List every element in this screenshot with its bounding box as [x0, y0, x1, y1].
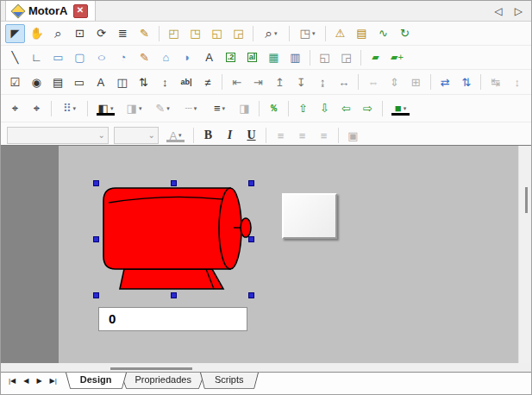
send-to-back-button[interactable]: ◳ — [185, 24, 205, 43]
distribute-vertical-button[interactable]: ↕ — [507, 72, 527, 91]
document-tab-motora[interactable]: MotorA ✕ — [5, 0, 96, 21]
selection-handle-top-left[interactable] — [93, 180, 99, 186]
selection-handle-mid-left[interactable] — [93, 236, 99, 242]
bold-button[interactable]: B — [198, 126, 218, 145]
splitter-control-button[interactable]: ≠ — [197, 72, 217, 91]
flip-left-button[interactable]: ⇦ — [336, 99, 356, 118]
italic-button[interactable]: I — [220, 126, 240, 145]
picture-tool-button[interactable]: ▦ — [264, 48, 284, 67]
group-button[interactable]: ◱ — [315, 48, 335, 67]
font-size-combo[interactable]: ⌄ — [114, 127, 159, 144]
textbox-control-button[interactable]: ab| — [177, 72, 197, 91]
radio-control-button[interactable]: ◉ — [27, 72, 47, 91]
display-tool-button[interactable]: .2 — [221, 48, 241, 67]
underline-button[interactable]: U — [241, 126, 261, 145]
rectangle-tool-button[interactable]: ▭ — [48, 48, 68, 67]
select-tool-button[interactable]: ◤ — [5, 24, 25, 43]
same-height-button[interactable]: ⇕ — [385, 72, 404, 91]
flip-down-button[interactable]: ⇩ — [315, 99, 335, 118]
horizontal-scrollbar-thumb[interactable] — [110, 367, 192, 370]
tab-scripts[interactable]: Scripts — [200, 373, 259, 392]
prev-screen-button[interactable]: ◀ — [21, 376, 31, 386]
selection-handle-bottom-right[interactable] — [248, 292, 254, 298]
text-tool-button[interactable]: A — [199, 48, 219, 67]
align-right-button[interactable]: ⇥ — [248, 72, 268, 91]
flip-right-button[interactable]: ⇨ — [358, 99, 378, 118]
tab-order-button[interactable]: ≣ — [113, 24, 133, 43]
links-tool-button[interactable]: al — [242, 48, 262, 67]
query-button[interactable]: ↻ — [395, 24, 415, 43]
alarm-browser-button[interactable]: ⚠ — [330, 24, 350, 43]
zoom-tool-button[interactable]: ⌕ — [48, 24, 68, 43]
ellipse-tool-button[interactable]: ○ — [91, 48, 111, 67]
align-top-button[interactable]: ↥ — [270, 72, 290, 91]
flip-up-button[interactable]: ⇧ — [293, 99, 313, 118]
selection-handle-bottom-center[interactable] — [171, 292, 177, 298]
vertical-scrollbar-thumb[interactable] — [525, 187, 528, 213]
background-fill-button[interactable]: ◨ — [235, 99, 254, 118]
associate-objects-plus-button[interactable]: ▰+ — [387, 48, 407, 67]
foreground-color-button[interactable]: ■▾ — [387, 99, 414, 118]
chart-button[interactable]: ∿ — [373, 24, 393, 43]
same-width-button[interactable]: ⇔ — [363, 72, 383, 91]
label-control-button[interactable]: A — [91, 72, 110, 91]
command-button-object[interactable] — [282, 193, 337, 239]
database-browser-button[interactable]: ▤ — [352, 24, 372, 43]
align-left-button[interactable]: ⇤ — [227, 72, 247, 91]
line-width-button[interactable]: ≡▾ — [206, 99, 233, 118]
selection-handle-bottom-left[interactable] — [93, 292, 99, 298]
checkbox-control-button[interactable]: ☑ — [5, 72, 25, 91]
fill-mode-button[interactable]: ％ — [264, 99, 284, 118]
layers-menu-button[interactable]: ◳▾ — [294, 24, 321, 43]
selection-handle-top-right[interactable] — [248, 180, 254, 186]
grid-menu-button[interactable]: ⠿▾ — [56, 99, 83, 118]
arc-tool-button[interactable]: ◔ — [113, 48, 133, 67]
listbox-control-button[interactable]: ▤ — [48, 72, 68, 91]
text-align-center-button[interactable]: ≡ — [292, 126, 312, 145]
scale-tool-button[interactable]: ▥ — [285, 48, 305, 67]
fill-color-button[interactable]: ◧▾ — [92, 99, 119, 118]
center-horizontal-button[interactable]: ↔ — [334, 72, 354, 91]
rounded-rectangle-tool-button[interactable]: ▢ — [70, 48, 90, 67]
display-object[interactable]: 0 — [98, 307, 247, 331]
zoom-menu-button[interactable]: ⌕▾ — [258, 24, 285, 43]
zoom-area-button[interactable]: ⊡ — [70, 24, 90, 43]
move-position-button[interactable]: ⌖ — [5, 99, 25, 118]
align-bottom-button[interactable]: ↧ — [291, 72, 311, 91]
selection-handle-top-center[interactable] — [171, 180, 177, 186]
line-tool-button[interactable]: ╲ — [5, 48, 25, 67]
pencil-tool-button[interactable]: ✎ — [135, 48, 154, 67]
associate-objects-button[interactable]: ▰ — [366, 48, 385, 67]
line-style-button[interactable]: ┄▾ — [178, 99, 204, 118]
first-screen-button[interactable]: |◀ — [6, 376, 18, 386]
font-color-button[interactable]: A▾ — [162, 126, 189, 145]
selection-handle-mid-right[interactable] — [248, 236, 254, 242]
combobox-control-button[interactable]: ◫ — [112, 72, 132, 91]
button-control-button[interactable]: ▭ — [69, 72, 89, 91]
font-name-combo[interactable]: ⌄ — [7, 127, 109, 144]
tab-design[interactable]: Design — [66, 373, 127, 392]
same-size-button[interactable]: ⊞ — [406, 72, 426, 91]
curve-tool-button[interactable]: ◗ — [178, 48, 197, 67]
send-backward-button[interactable]: ◲ — [228, 24, 248, 43]
polygon-tool-button[interactable]: ⌂ — [156, 48, 176, 67]
scroll-tabs-left-icon[interactable]: ◁ — [495, 5, 503, 17]
updown-control-button[interactable]: ⇅ — [134, 72, 153, 91]
center-window-horizontal-button[interactable]: ⇄ — [435, 72, 455, 91]
text-align-right-button[interactable]: ≡ — [314, 126, 334, 145]
bring-to-front-button[interactable]: ◰ — [164, 24, 184, 43]
next-screen-button[interactable]: ▶ — [34, 376, 44, 386]
brush-color-button[interactable]: ◨▾ — [121, 99, 147, 118]
polyline-tool-button[interactable]: ∟ — [27, 48, 47, 67]
center-window-vertical-button[interactable]: ⇅ — [457, 72, 477, 91]
ungroup-button[interactable]: ◲ — [336, 48, 356, 67]
pan-tool-button[interactable]: ✋ — [27, 24, 47, 43]
tab-propriedades[interactable]: Propriedades — [120, 373, 205, 392]
scroll-tabs-right-icon[interactable]: ▷ — [515, 5, 523, 17]
edit-points-button[interactable]: ✎ — [135, 24, 154, 43]
distribute-horizontal-button[interactable]: ↹ — [485, 72, 505, 91]
center-vertical-button[interactable]: ↨ — [313, 72, 333, 91]
bring-forward-button[interactable]: ◱ — [207, 24, 227, 43]
text-align-left-button[interactable]: ≡ — [271, 126, 291, 145]
edit-in-window-button[interactable]: ▣ — [343, 126, 363, 145]
